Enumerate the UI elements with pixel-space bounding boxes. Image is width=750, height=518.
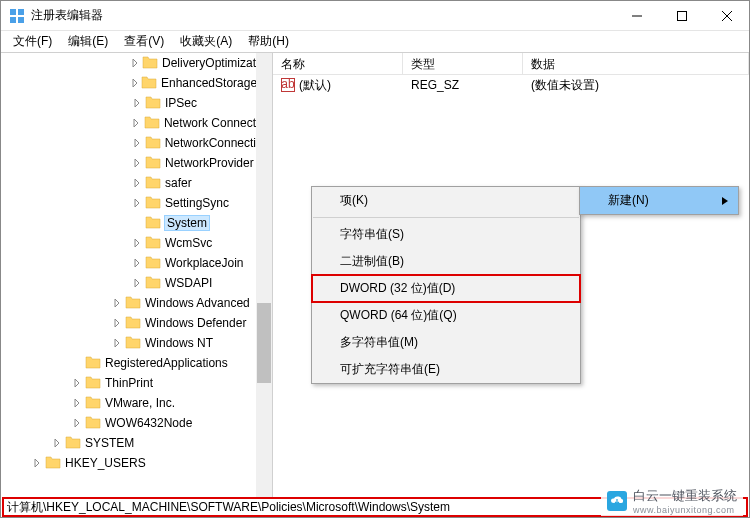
tree-twisty-icon[interactable]	[51, 439, 63, 447]
tree-node[interactable]: VMware, Inc.	[1, 393, 256, 413]
tree-node[interactable]: WSDAPI	[1, 273, 256, 293]
value-name: (默认)	[299, 77, 331, 94]
tree-twisty-icon[interactable]	[111, 299, 123, 307]
tree-node[interactable]: System	[1, 213, 256, 233]
ctx-new[interactable]: 新建(N)	[580, 187, 738, 214]
column-header-data[interactable]: 数据	[523, 53, 749, 74]
tree-twisty-icon[interactable]	[131, 99, 143, 107]
tree-twisty-icon[interactable]	[71, 399, 83, 407]
tree-twisty-icon[interactable]	[131, 159, 143, 167]
column-header-type[interactable]: 类型	[403, 53, 523, 74]
folder-icon	[83, 415, 105, 432]
ctx-new-multistring[interactable]: 多字符串值(M)	[312, 329, 580, 356]
tree-node-label: RegisteredApplications	[105, 356, 228, 370]
tree-node-label: safer	[165, 176, 192, 190]
window-title: 注册表编辑器	[31, 7, 614, 24]
watermark: 白云一键重装系统 www.baiyunxitong.com	[601, 486, 743, 516]
tree-vertical-scrollbar[interactable]	[256, 53, 272, 497]
ctx-new-expandstring[interactable]: 可扩充字符串值(E)	[312, 356, 580, 383]
menu-help[interactable]: 帮助(H)	[240, 31, 297, 52]
tree-body[interactable]: DeliveryOptimizatEnhancedStorageIPSecNet…	[1, 53, 256, 497]
tree-node-label: Windows NT	[145, 336, 213, 350]
folder-icon	[83, 375, 105, 392]
minimize-button[interactable]	[614, 1, 659, 31]
title-bar: 注册表编辑器	[1, 1, 749, 31]
tree-node[interactable]: NetworkProvider	[1, 153, 256, 173]
column-header-name[interactable]: 名称	[273, 53, 403, 74]
tree-node[interactable]: SettingSync	[1, 193, 256, 213]
ctx-new-binary[interactable]: 二进制值(B)	[312, 248, 580, 275]
tree-node-label: WOW6432Node	[105, 416, 192, 430]
tree-node[interactable]: Network Connect	[1, 113, 256, 133]
tree-twisty-icon[interactable]	[111, 319, 123, 327]
tree-node[interactable]: Windows Advanced	[1, 293, 256, 313]
tree-node[interactable]: Windows Defender	[1, 313, 256, 333]
tree-node-label: Network Connect	[164, 116, 256, 130]
folder-icon	[143, 275, 165, 292]
ctx-new-dword[interactable]: DWORD (32 位)值(D)	[312, 275, 580, 302]
tree-node-label: Windows Defender	[145, 316, 246, 330]
tree-node[interactable]: Windows NT	[1, 333, 256, 353]
tree-node[interactable]: HKEY_USERS	[1, 453, 256, 473]
tree-node[interactable]: WcmSvc	[1, 233, 256, 253]
tree-pane: DeliveryOptimizatEnhancedStorageIPSecNet…	[1, 53, 273, 497]
maximize-button[interactable]	[659, 1, 704, 31]
ctx-new-string[interactable]: 字符串值(S)	[312, 221, 580, 248]
folder-icon	[143, 195, 165, 212]
folder-icon	[83, 395, 105, 412]
tree-twisty-icon[interactable]	[31, 459, 43, 467]
folder-icon	[139, 75, 161, 92]
folder-icon	[123, 315, 145, 332]
folder-icon	[123, 295, 145, 312]
tree-twisty-icon[interactable]	[71, 419, 83, 427]
svg-rect-0	[10, 9, 16, 15]
tree-node[interactable]: WOW6432Node	[1, 413, 256, 433]
tree-node[interactable]: SYSTEM	[1, 433, 256, 453]
tree-twisty-icon[interactable]	[111, 339, 123, 347]
folder-icon	[43, 455, 65, 472]
tree-twisty-icon[interactable]	[131, 239, 143, 247]
menu-bar: 文件(F) 编辑(E) 查看(V) 收藏夹(A) 帮助(H)	[1, 31, 749, 53]
tree-node[interactable]: RegisteredApplications	[1, 353, 256, 373]
tree-node[interactable]: WorkplaceJoin	[1, 253, 256, 273]
tree-node[interactable]: ThinPrint	[1, 373, 256, 393]
tree-node-label: SettingSync	[165, 196, 229, 210]
watermark-cloud-icon	[607, 491, 627, 511]
ctx-separator	[313, 217, 579, 218]
tree-twisty-icon[interactable]	[131, 199, 143, 207]
ctx-new-qword[interactable]: QWORD (64 位)值(Q)	[312, 302, 580, 329]
list-row[interactable]: ab (默认) REG_SZ (数值未设置)	[273, 75, 749, 95]
tree-node[interactable]: safer	[1, 173, 256, 193]
tree-twisty-icon[interactable]	[131, 279, 143, 287]
tree-node-label: ThinPrint	[105, 376, 153, 390]
status-path: 计算机\HKEY_LOCAL_MACHINE\SOFTWARE\Policies…	[7, 499, 450, 516]
tree-node-label: WorkplaceJoin	[165, 256, 243, 270]
menu-edit[interactable]: 编辑(E)	[60, 31, 116, 52]
scrollbar-thumb[interactable]	[257, 303, 271, 383]
tree-node[interactable]: NetworkConnecti	[1, 133, 256, 153]
close-button[interactable]	[704, 1, 749, 31]
svg-text:ab: ab	[281, 78, 295, 91]
tree-node-label: WcmSvc	[165, 236, 212, 250]
ctx-new-key[interactable]: 项(K)	[312, 187, 580, 214]
tree-twisty-icon[interactable]	[131, 259, 143, 267]
folder-icon	[123, 335, 145, 352]
tree-twisty-icon[interactable]	[71, 379, 83, 387]
context-submenu-new: 项(K) 字符串值(S) 二进制值(B) DWORD (32 位)值(D) QW…	[311, 186, 581, 384]
menu-favorites[interactable]: 收藏夹(A)	[172, 31, 240, 52]
tree-twisty-icon[interactable]	[131, 119, 142, 127]
tree-twisty-icon[interactable]	[131, 179, 143, 187]
svg-rect-1	[18, 9, 24, 15]
folder-icon	[83, 355, 105, 372]
tree-node-label: IPSec	[165, 96, 197, 110]
tree-node[interactable]: IPSec	[1, 93, 256, 113]
tree-node[interactable]: DeliveryOptimizat	[1, 53, 256, 73]
menu-file[interactable]: 文件(F)	[5, 31, 60, 52]
tree-node[interactable]: EnhancedStorage	[1, 73, 256, 93]
tree-twisty-icon[interactable]	[131, 59, 140, 67]
tree-twisty-icon[interactable]	[131, 139, 143, 147]
value-data: (数值未设置)	[523, 77, 749, 94]
tree-node-label: SYSTEM	[85, 436, 134, 450]
tree-twisty-icon[interactable]	[131, 79, 139, 87]
menu-view[interactable]: 查看(V)	[116, 31, 172, 52]
